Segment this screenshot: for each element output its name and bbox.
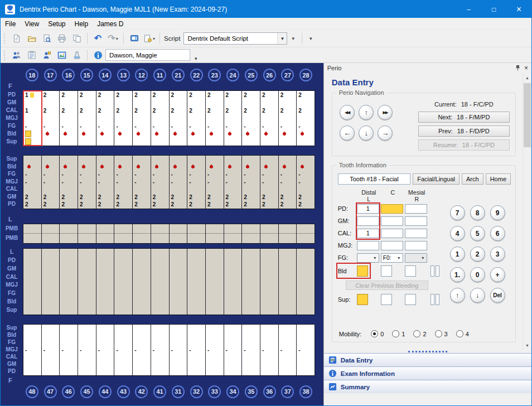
gm-distal-input[interactable] [357,216,379,226]
tooth-number-11[interactable]: 11 [153,69,166,81]
chart-lower-lingual-tooth-45[interactable] [78,249,96,315]
chart-lower-lingual-tooth-43[interactable] [114,249,133,315]
tooth-number-48[interactable]: 48 [26,385,38,398]
script-selector[interactable]: Dentrix Default Script ▼ [183,32,287,45]
panel-scrollbar[interactable]: ▲ ▼ [523,73,531,350]
exam-tools-icon[interactable]: ▾ [142,32,156,45]
chart-upper-lingual-tooth-27[interactable]: --22 [279,156,297,209]
tooth-number-35[interactable]: 35 [245,385,258,398]
chevron-down-icon[interactable]: ▾ [116,36,118,41]
tooth-number-16[interactable]: 16 [62,69,75,81]
chart-lower-facial-tooth-32[interactable]: - [187,325,206,375]
mgj-distal-input[interactable] [357,241,379,250]
keypad-2-button[interactable]: 2 [470,246,485,262]
keypad-3-button[interactable]: 3 [490,246,505,262]
chart-upper-facial-tooth-13[interactable]: 22- [114,91,133,146]
chart-upper-lingual-tooth-15[interactable]: --22 [78,156,96,209]
mgj-center-input[interactable] [381,241,403,250]
tooth-number-46[interactable]: 46 [62,385,75,398]
print-preview-icon[interactable] [40,32,54,45]
tooth-number-38[interactable]: 38 [299,385,312,398]
tooth-number-15[interactable]: 15 [80,69,93,81]
nav-right-button[interactable]: → [378,125,393,141]
copy-icon[interactable] [70,32,84,45]
info-icon[interactable] [91,49,105,62]
chart-upper-lingual-tooth-24[interactable]: --22 [224,156,243,209]
tooth-number-33[interactable]: 33 [208,385,221,398]
bld-center-box[interactable] [381,265,392,277]
chart-pmb-tooth-22[interactable] [187,224,206,243]
keypad-9-button[interactable]: 9 [490,205,505,220]
chart-pmb-tooth-18[interactable] [23,224,42,243]
chart-upper-facial-tooth-11[interactable]: 22- [151,91,170,146]
chevron-down-icon[interactable]: ▾ [153,36,155,41]
keypad-5-button[interactable]: 5 [470,226,485,241]
gm-mesial-input[interactable] [405,216,427,226]
chart-upper-facial-tooth-16[interactable]: 22- [60,91,78,146]
resume-position-button[interactable]: Resume: 18 - F/C/PD [418,139,510,151]
chart-upper-lingual-tooth-18[interactable]: --22 [23,156,42,209]
chart-lower-lingual-tooth-36[interactable] [260,249,279,315]
maximize-button[interactable]: □ [481,1,506,18]
tooth-number-22[interactable]: 22 [190,69,203,81]
close-button[interactable]: × [506,1,531,18]
tooth-number-14[interactable]: 14 [99,69,112,81]
panel-toggle-icon[interactable] [127,32,141,45]
keypad-1dot-button[interactable]: 1. [450,267,465,282]
accordion-exam-information[interactable]: Exam Information [324,366,531,380]
chart-upper-facial-tooth-23[interactable]: 22- [206,91,224,146]
chart-upper-facial-tooth-24[interactable]: 22- [224,91,243,146]
tooth-number-24[interactable]: 24 [226,69,239,81]
tooth-number-32[interactable]: 32 [190,385,203,398]
sup-mesial-box[interactable] [405,294,416,305]
chart-lower-facial-tooth-31[interactable]: - [170,325,188,375]
open-icon[interactable] [25,32,38,45]
mobility-option-2[interactable]: 2 [413,330,426,337]
tooth-number-41[interactable]: 41 [153,385,166,398]
chart-pmb-tooth-25[interactable] [242,224,260,243]
tooth-number-43[interactable]: 43 [117,385,130,398]
fg-mesial-select[interactable]: ▼ [405,253,427,263]
menu-file[interactable]: File [1,19,20,29]
chart-lower-lingual-tooth-37[interactable] [279,249,297,315]
mobility-option-4[interactable]: 4 [456,330,469,337]
chart-upper-lingual-tooth-16[interactable]: --22 [60,156,78,209]
toolbar-overflow-icon[interactable]: ▾ [292,36,294,41]
chart-upper-lingual-tooth-22[interactable]: --22 [187,156,206,209]
tooth-number-13[interactable]: 13 [117,69,130,81]
chart-upper-lingual-tooth-13[interactable]: --22 [114,156,133,209]
tooth-number-25[interactable]: 25 [245,69,258,81]
scroll-down-icon[interactable]: ▼ [523,341,531,350]
chart-upper-facial-tooth-15[interactable]: 22- [78,91,96,146]
chart-upper-facial-tooth-26[interactable]: 22- [260,91,279,146]
chart-lower-lingual-tooth-34[interactable] [224,249,243,315]
redo-icon[interactable]: ↷▾ [106,32,120,45]
tooth-number-12[interactable]: 12 [135,69,148,81]
chart-lower-lingual-tooth-31[interactable] [170,249,188,315]
keypad-8-button[interactable]: 8 [470,205,485,220]
arch-button[interactable]: Arch [462,173,483,185]
chart-pmb-tooth-26[interactable] [260,224,279,243]
accordion-data-entry[interactable]: Data Entry [324,353,531,366]
chart-lower-lingual-tooth-33[interactable] [206,249,224,315]
tooth-number-26[interactable]: 26 [263,69,276,81]
tooth-number-23[interactable]: 23 [208,69,221,81]
nav-up-button[interactable]: ↑ [359,105,374,120]
chart-upper-facial-tooth-18[interactable]: 11- [23,91,42,146]
tooth-number-47[interactable]: 47 [44,385,57,398]
scrollbar-thumb[interactable] [524,83,531,147]
menu-setup[interactable]: Setup [43,19,70,29]
tooth-number-27[interactable]: 27 [281,69,294,81]
chart-pmb-tooth-12[interactable] [133,224,151,243]
patient-selector[interactable]: Dawson, Maggie [105,49,190,61]
cal-center-input[interactable] [381,229,403,238]
chart-upper-lingual-tooth-25[interactable]: --22 [242,156,260,209]
chart-upper-facial-tooth-21[interactable]: 22- [170,91,188,146]
menu-james-d[interactable]: James D [93,19,128,29]
chart-pmb-tooth-24[interactable] [224,224,243,243]
tooth-number-31[interactable]: 31 [172,385,185,398]
chart-upper-lingual-tooth-14[interactable]: --22 [96,156,115,209]
pd-center-input[interactable] [381,204,403,214]
keypad-up-button[interactable]: ↑ [450,288,465,303]
sup-distal-box[interactable] [357,294,368,305]
